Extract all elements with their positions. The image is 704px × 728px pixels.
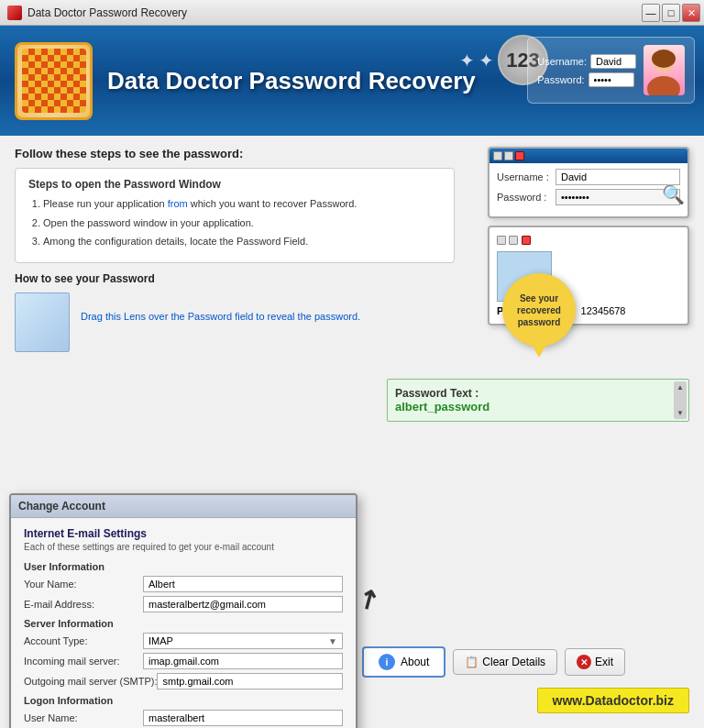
window-controls: — □ ✕ [642, 4, 700, 22]
balloon-tail [532, 345, 546, 358]
mini-title-bar-2 [497, 235, 680, 248]
username-row: Username: David [537, 54, 636, 69]
title-bar: Data Doctor Password Recovery — □ ✕ [0, 0, 704, 26]
lens-preview [15, 292, 70, 352]
account-type-select[interactable]: IMAP ▼ [143, 633, 343, 649]
dialog-username-label: User Name: [24, 712, 143, 723]
change-account-dialog: Change Account Internet E-mail Settings … [9, 493, 358, 728]
pw-text-value: 12345678 [581, 305, 626, 316]
password-row: Password: ••••• [537, 72, 636, 87]
user-info-label: User Information [24, 561, 343, 572]
select-arrow-icon: ▼ [328, 636, 337, 646]
email-label: E-mail Address: [24, 599, 143, 610]
incoming-row: Incoming mail server: [24, 653, 343, 669]
steps-list: Please run your application from which y… [28, 196, 441, 249]
password-header-value: ••••• [588, 72, 634, 87]
outgoing-row: Outgoing mail server (SMTP): [24, 673, 343, 689]
scroll-down-arrow[interactable]: ▼ [676, 409, 684, 417]
preview-username-row: Username : David [497, 169, 680, 185]
incoming-label: Incoming mail server: [24, 656, 143, 667]
mini-btn-3 [497, 236, 506, 245]
clear-details-button[interactable]: 📋 Clear Details [453, 649, 557, 675]
mini-btn-1 [493, 151, 502, 160]
scrollbar[interactable]: ▲ ▼ [674, 381, 687, 419]
incoming-input[interactable] [143, 653, 343, 669]
exit-icon: ✕ [577, 655, 591, 669]
dialog-username-row: User Name: [24, 710, 343, 726]
dialog-body: Internet E-mail Settings Each of these s… [11, 518, 356, 728]
app-icon [7, 6, 22, 20]
dialog-section-sub: Each of these settings are required to g… [24, 542, 343, 552]
dialog-username-input[interactable] [143, 710, 343, 726]
dialog-section-title: Internet E-mail Settings [24, 527, 343, 540]
maximize-button[interactable]: □ [662, 4, 680, 22]
mini-btn-2 [504, 151, 513, 160]
outgoing-input[interactable] [157, 673, 343, 689]
logo-checker [22, 49, 86, 113]
bottom-buttons: i About 📋 Clear Details ✕ Exit [362, 646, 625, 678]
preview-username-label: Username : [497, 171, 552, 182]
dialog-title-bar: Change Account [11, 495, 356, 518]
account-type-value: IMAP [148, 635, 173, 646]
url-bar: www.Datadoctor.biz [537, 688, 690, 713]
preview-window-1: Username : David Password : •••••••• 🔍 [488, 147, 689, 218]
account-type-row: Account Type: IMAP ▼ [24, 633, 343, 649]
step-3: Among the configuration details, locate … [43, 234, 441, 249]
minimize-button[interactable]: — [642, 4, 660, 22]
password-text-display: Password Text : albert_password ▲ ▼ [387, 379, 689, 422]
app-header: Data Doctor Password Recovery ✦ ✦ 123 Us… [0, 26, 704, 136]
mini-title-bar-1 [490, 149, 688, 163]
username-header-label: Username: [537, 56, 587, 67]
username-header-value: David [590, 54, 636, 69]
close-button[interactable]: ✕ [682, 4, 700, 22]
step-2: Open the password window in your applica… [43, 215, 441, 231]
step-1: Please run your application from which y… [43, 196, 441, 212]
account-type-label: Account Type: [24, 635, 143, 646]
about-button[interactable]: i About [362, 646, 446, 678]
balloon-text: See your recovered password [508, 292, 570, 328]
user-avatar [644, 45, 685, 95]
star-icon-1: ✦ [459, 50, 475, 72]
pt-value: albert_password [395, 400, 681, 414]
mini-btn-4 [509, 236, 518, 245]
email-input[interactable] [143, 596, 343, 612]
steps-box: Steps to open the Password Window Please… [15, 168, 455, 263]
step1-highlight: from [168, 198, 188, 209]
your-name-row: Your Name: [24, 576, 343, 592]
server-info-label: Server Information [24, 618, 343, 629]
recovered-balloon: See your recovered password [502, 273, 576, 347]
app-logo [15, 42, 93, 120]
exit-button[interactable]: ✕ Exit [565, 648, 625, 676]
header-user-panel: Username: David Password: ••••• [527, 37, 695, 104]
svg-point-1 [647, 76, 680, 95]
clear-label: Clear Details [482, 656, 545, 668]
how-text: Drag this Lens over the Password field t… [81, 292, 360, 322]
logon-info-label: Logon Information [24, 695, 343, 706]
your-name-input[interactable] [143, 576, 343, 592]
email-row: E-mail Address: [24, 596, 343, 612]
window-title: Data Doctor Password Recovery [28, 6, 187, 19]
magnifier-icon-1: 🔍 [662, 183, 685, 205]
steps-box-title: Steps to open the Password Window [28, 178, 441, 191]
pt-label: Password Text : [395, 387, 478, 400]
about-label: About [401, 656, 429, 668]
your-name-label: Your Name: [24, 579, 143, 590]
about-icon: i [379, 654, 395, 670]
password-header-label: Password: [537, 74, 584, 85]
mini-btn-close-1 [515, 151, 524, 160]
main-content: Follow these steps to see the password: … [0, 136, 704, 728]
star-icon-2: ✦ [478, 50, 494, 72]
svg-point-2 [652, 50, 676, 68]
mini-btn-close-2 [522, 236, 531, 245]
scroll-up-arrow[interactable]: ▲ [676, 383, 684, 392]
preview-password-row: Password : •••••••• 🔍 [497, 189, 680, 205]
exit-label: Exit [595, 656, 613, 668]
clear-icon: 📋 [465, 656, 478, 668]
user-fields: Username: David Password: ••••• [537, 54, 636, 87]
outgoing-label: Outgoing mail server (SMTP): [24, 676, 157, 687]
preview-password-label: Password : [497, 192, 552, 203]
